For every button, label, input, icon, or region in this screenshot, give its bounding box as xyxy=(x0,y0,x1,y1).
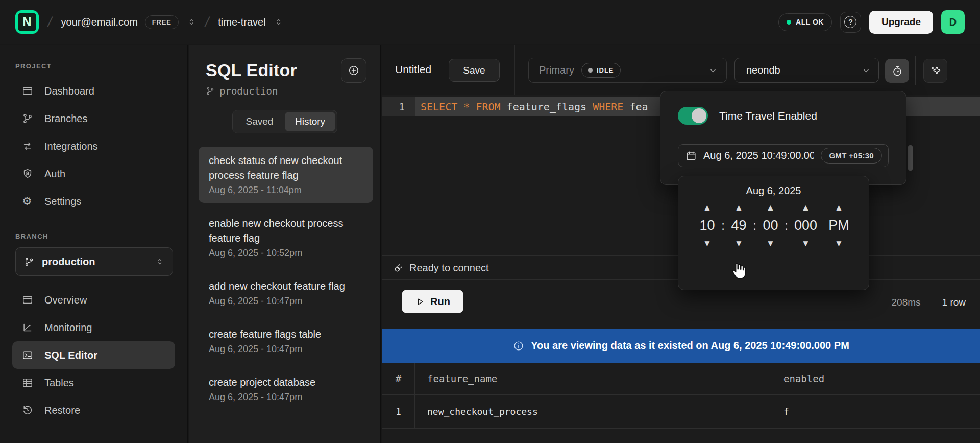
sidebar-item-overview[interactable]: Overview xyxy=(12,286,175,314)
query-duration: 208ms xyxy=(892,297,921,308)
hour-down-arrow[interactable]: ▼ xyxy=(703,239,712,248)
chevron-down-icon xyxy=(708,65,718,76)
time-travel-toggle[interactable] xyxy=(678,107,708,125)
datetime-picker-popover: Aug 6, 2025 ▲ 10 ▼ : ▲ 49 ▼ : ▲ 00 ▼ : ▲… xyxy=(678,176,869,290)
code-token xyxy=(457,101,463,113)
spinner-colon: : xyxy=(782,219,791,233)
minute-value: 49 xyxy=(731,218,746,234)
millisecond-spinner: ▲ 000 ▼ xyxy=(791,203,821,248)
code-token: fea xyxy=(623,101,648,113)
database-selector[interactable]: neondb xyxy=(734,58,879,83)
banner-text: You are viewing data as it existed on Au… xyxy=(531,340,849,352)
plug-icon xyxy=(393,263,404,273)
code-token xyxy=(470,101,476,113)
history-item[interactable]: enable new checkout process feature flag… xyxy=(199,209,373,266)
sidebar-item-restore[interactable]: Restore xyxy=(12,397,175,424)
sidebar-item-label: Integrations xyxy=(44,141,98,152)
toolbar-divider xyxy=(915,56,916,85)
compute-name: Primary xyxy=(539,64,574,76)
millisecond-up-arrow[interactable]: ▲ xyxy=(801,203,810,212)
compute-state: IDLE xyxy=(597,66,614,74)
minute-up-arrow[interactable]: ▲ xyxy=(734,203,743,212)
toggle-label: Time Travel Enabled xyxy=(719,110,817,122)
second-up-arrow[interactable]: ▲ xyxy=(766,203,775,212)
datetime-input[interactable]: Aug 6, 2025 10:49:00.00 GMT +05:30 xyxy=(678,144,889,167)
sidebar-item-dashboard[interactable]: Dashboard xyxy=(12,77,175,105)
tab-saved[interactable]: Saved xyxy=(234,112,285,131)
results-table: # feature_name enabled 1 new_checkout_pr… xyxy=(382,363,980,429)
history-item-date: Aug 6, 2025 - 10:47pm xyxy=(209,392,363,403)
sidebar-item-branches[interactable]: Branches xyxy=(12,105,175,132)
history-item-title: enable new checkout process feature flag xyxy=(209,216,363,246)
datetime-value: Aug 6, 2025 10:49:00.00 xyxy=(703,150,814,161)
compute-selector[interactable]: Primary IDLE xyxy=(528,58,727,83)
sidebar-item-auth[interactable]: Auth xyxy=(12,160,175,188)
run-button[interactable]: Run xyxy=(402,290,463,313)
save-button[interactable]: Save xyxy=(449,59,500,82)
avatar[interactable]: D xyxy=(941,10,965,34)
sidebar-item-settings[interactable]: ⚙ Settings xyxy=(12,188,175,215)
meridiem-spinner: ▲ PM ▼ xyxy=(827,203,851,248)
code-token: SELECT xyxy=(421,101,457,113)
branch-selector[interactable]: production xyxy=(15,247,173,276)
history-item-title: check status of new checkout process fea… xyxy=(209,153,363,183)
branch-icon xyxy=(206,86,215,96)
time-travel-button[interactable] xyxy=(885,59,909,83)
neon-logo-letter: N xyxy=(22,15,31,29)
history-item-date: Aug 6, 2025 - 10:47pm xyxy=(209,296,363,307)
saved-history-tabs: Saved History xyxy=(232,110,337,133)
stopwatch-icon xyxy=(891,65,903,77)
sidebar-item-tables[interactable]: Tables xyxy=(12,369,175,397)
status-ok-dot-icon xyxy=(787,20,791,25)
sidebar-item-monitoring[interactable]: Monitoring xyxy=(12,314,175,341)
upgrade-button[interactable]: Upgrade xyxy=(869,11,933,34)
topbar: N / your@email.com FREE / time-travel AL… xyxy=(0,0,980,44)
account-switcher-chevron-icon[interactable] xyxy=(187,17,196,27)
branch-icon xyxy=(24,257,34,267)
sidebar-item-label: Monitoring xyxy=(44,322,92,334)
breadcrumb-separator: / xyxy=(46,14,54,30)
history-item[interactable]: check status of new checkout process fea… xyxy=(199,147,373,203)
column-header-enabled: enabled xyxy=(783,363,980,394)
history-item[interactable]: create feature flags table Aug 6, 2025 -… xyxy=(199,320,373,362)
table-row[interactable]: 1 new_checkout_process f xyxy=(382,395,980,429)
sidebar-item-sql-editor[interactable]: SQL Editor xyxy=(12,341,175,369)
picker-date-label: Aug 6, 2025 xyxy=(678,185,869,197)
help-button[interactable]: ? xyxy=(840,12,861,33)
history-item-title: create project database xyxy=(209,375,363,390)
sparkles-icon xyxy=(929,65,942,77)
hour-up-arrow[interactable]: ▲ xyxy=(703,203,712,212)
tab-history[interactable]: History xyxy=(285,112,335,131)
timezone-badge: GMT +05:30 xyxy=(821,148,882,164)
meridiem-down-arrow[interactable]: ▼ xyxy=(835,239,843,248)
breadcrumb-account[interactable]: your@email.com xyxy=(61,16,138,28)
editor-scrollbar-thumb[interactable] xyxy=(908,145,913,171)
query-tab-title[interactable]: Untitled xyxy=(395,63,431,76)
new-query-button[interactable] xyxy=(341,58,366,83)
time-spinner: ▲ 10 ▼ : ▲ 49 ▼ : ▲ 00 ▼ : ▲ 000 ▼ ▲ PM … xyxy=(678,203,869,248)
millisecond-down-arrow[interactable]: ▼ xyxy=(801,239,810,248)
sidebar-item-integrations[interactable]: Integrations xyxy=(12,132,175,160)
time-travel-toggle-row: Time Travel Enabled xyxy=(678,107,889,125)
code-token: feature_flags xyxy=(501,101,593,113)
minute-spinner: ▲ 49 ▼ xyxy=(728,203,750,248)
meridiem-up-arrow[interactable]: ▲ xyxy=(835,203,843,212)
ai-assist-button[interactable] xyxy=(923,59,947,83)
history-item[interactable]: create project database Aug 6, 2025 - 10… xyxy=(199,368,373,410)
history-item[interactable]: add new checkout feature flag Aug 6, 202… xyxy=(199,272,373,314)
sql-editor-icon xyxy=(22,349,33,361)
neon-logo[interactable]: N xyxy=(15,10,39,34)
sidebar-item-label: Dashboard xyxy=(44,85,94,97)
minute-down-arrow[interactable]: ▼ xyxy=(734,239,743,248)
second-down-arrow[interactable]: ▼ xyxy=(766,239,775,248)
system-status-pill[interactable]: ALL OK xyxy=(778,13,832,31)
neon-console: { "topbar": { "logo_letter": "N", "accou… xyxy=(0,0,980,443)
code-token: * xyxy=(463,101,470,113)
query-stats: 208ms 1 row xyxy=(892,297,966,308)
sidebar-item-label: Auth xyxy=(44,168,65,180)
project-switcher-chevron-icon[interactable] xyxy=(274,17,283,27)
sidebar-item-label: Tables xyxy=(44,377,74,389)
history-item-title: create feature flags table xyxy=(209,327,363,342)
overview-icon xyxy=(22,294,33,306)
breadcrumb-project[interactable]: time-travel xyxy=(218,16,265,28)
